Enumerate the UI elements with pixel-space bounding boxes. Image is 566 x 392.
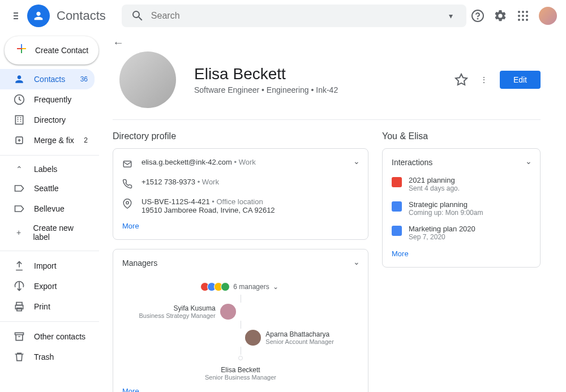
directory-card: ⌄ elisa.g.beckett@ink-42.com • Work +151… xyxy=(113,148,368,240)
back-button[interactable]: ← xyxy=(113,36,124,49)
archive-icon xyxy=(14,331,25,342)
sidebar-item-export[interactable]: Export xyxy=(0,276,95,296)
location-icon xyxy=(122,199,132,210)
apps-icon[interactable] xyxy=(516,9,530,23)
plus-icon: + xyxy=(14,228,24,237)
upload-icon xyxy=(14,260,25,272)
chevron-down-icon[interactable]: ⌄ xyxy=(353,257,360,266)
email-row: elisa.g.beckett@ink-42.com • Work xyxy=(122,158,359,171)
email-icon xyxy=(122,159,132,171)
interactions-more-link[interactable]: More xyxy=(392,249,409,258)
more-icon[interactable]: ⋮ xyxy=(477,73,491,87)
label-icon xyxy=(14,203,25,214)
interaction-item[interactable]: Marketing plan 2020Sep 7, 2020 xyxy=(392,225,531,241)
svg-point-5 xyxy=(518,15,520,17)
chevron-down-icon[interactable]: ⌄ xyxy=(525,157,532,166)
managers-card: ⌄ Managers 6 managers ⌄ Syifa KusumaBusi… xyxy=(113,249,368,392)
app-title: Contacts xyxy=(57,8,106,23)
svg-point-7 xyxy=(526,15,528,17)
sidebar-item-directory[interactable]: Directory xyxy=(0,110,95,130)
manager-node[interactable]: Aparna BhattacharyaSenior Account Manage… xyxy=(245,330,359,346)
sidebar-item-merge-&-fix[interactable]: Merge & fix2 xyxy=(0,130,95,150)
directory-more-link[interactable]: More xyxy=(122,222,139,230)
person-icon xyxy=(14,74,25,85)
chevron-up-icon: ⌃ xyxy=(14,165,25,174)
help-icon[interactable] xyxy=(471,9,484,23)
svg-point-10 xyxy=(526,19,528,21)
profile-header: Elisa Beckett Software Engineer • Engine… xyxy=(113,51,541,120)
search-icon xyxy=(131,9,144,23)
sidebar-item-frequently[interactable]: Frequently xyxy=(0,89,95,110)
managers-count[interactable]: 6 managers ⌄ xyxy=(122,282,359,291)
search-input[interactable] xyxy=(151,11,437,21)
app-icon xyxy=(392,177,402,187)
label-icon xyxy=(14,183,25,194)
settings-icon[interactable] xyxy=(494,9,507,23)
app-icon xyxy=(392,201,402,212)
svg-point-3 xyxy=(522,11,524,13)
labels-header[interactable]: ⌃ Labels xyxy=(0,160,95,178)
menu-icon[interactable] xyxy=(9,6,23,25)
print-icon xyxy=(14,301,25,312)
phone-icon xyxy=(122,179,132,191)
sidebar-item-other-contacts[interactable]: Other contacts xyxy=(0,326,95,347)
managers-more-link[interactable]: More xyxy=(122,387,139,392)
main-content: ← Elisa Beckett Software Engineer • Engi… xyxy=(99,32,563,392)
create-new-label[interactable]: + Create new label xyxy=(0,219,95,246)
sidebar-item-seattle[interactable]: Seattle xyxy=(0,178,95,199)
manager-node-self: Elisa BeckettSenior Business Manager xyxy=(122,366,359,381)
svg-rect-17 xyxy=(15,333,24,334)
manager-node[interactable]: Syifa KusumaBusiness Strategy Manager xyxy=(122,304,236,320)
chevron-down-icon: ⌄ xyxy=(273,283,278,291)
app-header: Contacts ▾ xyxy=(0,0,566,32)
app-icon xyxy=(392,226,402,236)
building-icon xyxy=(14,114,25,126)
phone-row: +1512 738-9373 • Work xyxy=(122,178,359,191)
chevron-down-icon[interactable]: ⌄ xyxy=(353,157,360,166)
svg-point-9 xyxy=(522,19,524,21)
interaction-item[interactable]: Strategic planningComing up: Mon 9:00am xyxy=(392,200,531,217)
star-icon[interactable] xyxy=(454,73,468,87)
app-logo[interactable] xyxy=(27,5,50,27)
trash-icon xyxy=(14,351,25,363)
sidebar-item-trash[interactable]: Trash xyxy=(0,347,95,367)
edit-button[interactable]: Edit xyxy=(500,71,541,89)
profile-subtitle: Software Engineer • Engineering • Ink-42 xyxy=(194,85,436,94)
profile-name: Elisa Beckett xyxy=(194,65,436,83)
svg-point-6 xyxy=(522,15,524,17)
divider xyxy=(0,155,99,156)
dropdown-icon[interactable]: ▾ xyxy=(444,9,457,23)
sidebar-item-import[interactable]: Import xyxy=(0,256,95,276)
svg-point-4 xyxy=(526,11,528,13)
svg-point-2 xyxy=(518,11,520,13)
managers-title: Managers xyxy=(122,259,359,268)
interaction-item[interactable]: 2021 planningSent 4 days ago. xyxy=(392,176,531,192)
location-row: US-BVE-112S-4-421 • Office location 1951… xyxy=(122,197,359,214)
plus-icon xyxy=(15,42,28,59)
profile-photo[interactable] xyxy=(119,51,176,108)
create-contact-button[interactable]: Create Contact xyxy=(5,36,98,64)
mini-avatars xyxy=(203,282,230,291)
you-and-title: You & Elisa xyxy=(382,131,541,141)
svg-rect-12 xyxy=(15,116,23,124)
header-actions xyxy=(471,7,557,25)
divider xyxy=(0,321,99,322)
sidebar-item-contacts[interactable]: Contacts36 xyxy=(0,69,95,89)
search-bar[interactable]: ▾ xyxy=(122,5,466,27)
sidebar-item-bellevue[interactable]: Bellevue xyxy=(0,199,95,219)
interactions-card: ⌄ Interactions 2021 planningSent 4 days … xyxy=(382,148,541,268)
sidebar: Create Contact Contacts36FrequentlyDirec… xyxy=(0,32,99,392)
download-icon xyxy=(14,281,25,292)
user-avatar[interactable] xyxy=(539,7,557,25)
sidebar-item-print[interactable]: Print xyxy=(0,296,95,317)
svg-point-19 xyxy=(126,201,129,204)
svg-point-1 xyxy=(478,19,478,19)
directory-title: Directory profile xyxy=(113,131,368,141)
merge-icon xyxy=(14,135,25,146)
interactions-title: Interactions xyxy=(392,158,531,167)
divider xyxy=(0,251,99,251)
create-contact-label: Create Contact xyxy=(35,46,88,55)
clock-icon xyxy=(14,94,25,105)
svg-point-8 xyxy=(518,19,520,21)
